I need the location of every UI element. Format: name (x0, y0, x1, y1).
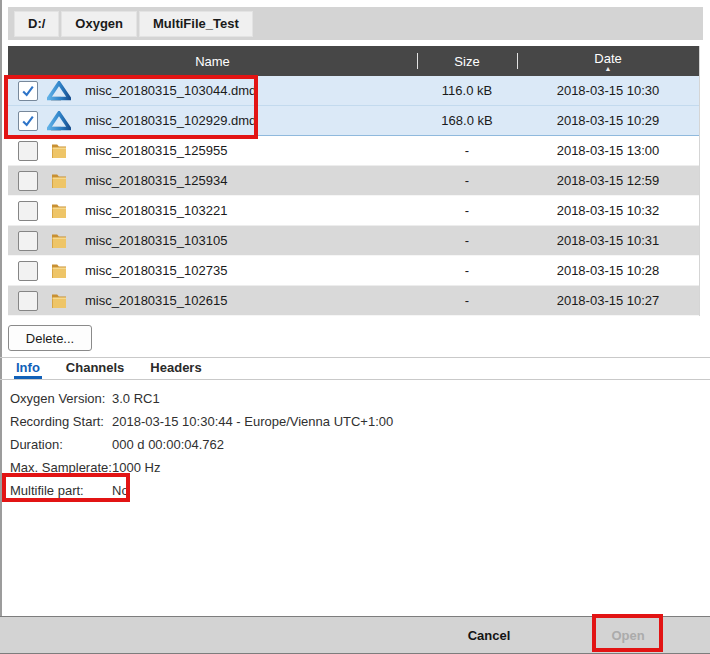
table-row[interactable]: misc_20180315_103105 - 2018-03-15 10:31 (8, 226, 699, 256)
file-table: Name Size Date ▲ (8, 46, 700, 316)
row-date: 2018-03-15 10:30 (517, 83, 699, 98)
breadcrumb: D:/OxygenMultiFile_Test (8, 7, 703, 40)
tab-channels[interactable]: Channels (64, 360, 127, 379)
info-field-label: Recording Start: (10, 414, 112, 429)
info-field-value: No (112, 483, 129, 498)
row-checkbox-cell (8, 171, 42, 191)
row-date: 2018-03-15 10:28 (517, 263, 699, 278)
row-checkbox[interactable] (18, 141, 38, 161)
row-name: misc_20180315_103044.dmd (76, 83, 417, 98)
info-field: Recording Start: 2018-03-15 10:30:44 - E… (10, 410, 393, 433)
breadcrumb-item-multifile-test[interactable]: MultiFile_Test (139, 11, 253, 37)
cancel-button[interactable]: Cancel (447, 617, 531, 653)
table-row[interactable]: misc_20180315_125955 - 2018-03-15 13:00 (8, 136, 699, 166)
row-date: 2018-03-15 10:27 (517, 293, 699, 308)
row-checkbox-cell (8, 201, 42, 221)
sort-ascending-icon: ▲ (605, 65, 612, 72)
info-field-value: 1000 Hz (112, 460, 160, 475)
dmd-file-icon (47, 111, 71, 131)
info-field: Max. Samplerate: 1000 Hz (10, 456, 393, 479)
tab-info[interactable]: Info (14, 360, 42, 379)
table-row[interactable]: misc_20180315_103044.dmd 116.0 kB 2018-0… (8, 76, 699, 106)
table-row[interactable]: misc_20180315_125934 - 2018-03-15 12:59 (8, 166, 699, 196)
row-date: 2018-03-15 10:31 (517, 233, 699, 248)
row-checkbox-cell (8, 231, 42, 251)
row-name: misc_20180315_125934 (76, 173, 417, 188)
row-icon-cell (42, 291, 76, 311)
row-icon-cell (42, 111, 76, 131)
row-size: 168.0 kB (417, 113, 517, 128)
row-size: - (417, 263, 517, 278)
info-field: Multifile part: No (10, 479, 393, 502)
row-icon-cell (42, 201, 76, 221)
row-size: - (417, 143, 517, 158)
info-panel: Oxygen Version: 3.0 RC1 Recording Start:… (10, 387, 393, 502)
dmd-file-icon (47, 81, 71, 101)
separator-line (0, 357, 710, 358)
row-checkbox[interactable] (18, 171, 38, 191)
row-checkbox-cell (8, 81, 42, 101)
folder-icon (49, 141, 69, 161)
footer-bar: Cancel Open (0, 616, 710, 654)
file-list: misc_20180315_103044.dmd 116.0 kB 2018-0… (8, 76, 699, 316)
row-checkbox[interactable] (18, 291, 38, 311)
row-date: 2018-03-15 10:32 (517, 203, 699, 218)
info-field-label: Max. Samplerate: (10, 460, 112, 475)
row-checkbox[interactable] (18, 261, 38, 281)
row-checkbox-cell (8, 111, 42, 131)
table-row[interactable]: misc_20180315_102735 - 2018-03-15 10:28 (8, 256, 699, 286)
row-checkbox[interactable] (18, 111, 38, 131)
separator-line (0, 379, 710, 380)
checkmark-icon (21, 85, 35, 97)
row-name: misc_20180315_102929.dmd (76, 113, 417, 128)
column-header-date-label: Date (594, 53, 621, 65)
column-header-date[interactable]: Date ▲ (517, 50, 699, 72)
breadcrumb-item-d-[interactable]: D:/ (14, 11, 59, 37)
tab-headers[interactable]: Headers (148, 360, 203, 379)
row-icon-cell (42, 141, 76, 161)
tab-bar: InfoChannelsHeaders (14, 360, 204, 379)
row-icon-cell (42, 81, 76, 101)
row-name: misc_20180315_102615 (76, 293, 417, 308)
row-name: misc_20180315_103105 (76, 233, 417, 248)
info-field: Oxygen Version: 3.0 RC1 (10, 387, 393, 410)
file-open-dialog: D:/OxygenMultiFile_Test Name Size Date ▲ (0, 0, 710, 654)
row-name: misc_20180315_102735 (76, 263, 417, 278)
info-field: Duration: 000 d 00:00:04.762 (10, 433, 393, 456)
table-row[interactable]: misc_20180315_103221 - 2018-03-15 10:32 (8, 196, 699, 226)
row-checkbox[interactable] (18, 231, 38, 251)
row-name: misc_20180315_103221 (76, 203, 417, 218)
folder-icon (49, 171, 69, 191)
window-left-edge (0, 0, 2, 616)
table-row[interactable]: misc_20180315_102615 - 2018-03-15 10:27 (8, 286, 699, 316)
open-button[interactable]: Open (600, 617, 656, 653)
breadcrumb-item-oxygen[interactable]: Oxygen (61, 11, 137, 37)
row-size: 116.0 kB (417, 83, 517, 98)
row-checkbox-cell (8, 261, 42, 281)
row-icon-cell (42, 231, 76, 251)
row-date: 2018-03-15 12:59 (517, 173, 699, 188)
row-checkbox-cell (8, 141, 42, 161)
checkmark-icon (21, 115, 35, 127)
folder-icon (49, 261, 69, 281)
info-field-label: Multifile part: (10, 483, 112, 498)
delete-button[interactable]: Delete... (8, 325, 92, 351)
row-size: - (417, 293, 517, 308)
folder-icon (49, 201, 69, 221)
row-name: misc_20180315_125955 (76, 143, 417, 158)
info-field-value: 2018-03-15 10:30:44 - Europe/Vienna UTC+… (112, 414, 393, 429)
column-header-name[interactable]: Name (8, 54, 417, 69)
row-checkbox-cell (8, 291, 42, 311)
info-field-label: Duration: (10, 437, 112, 452)
row-icon-cell (42, 261, 76, 281)
info-field-value: 000 d 00:00:04.762 (112, 437, 224, 452)
table-row[interactable]: misc_20180315_102929.dmd 168.0 kB 2018-0… (8, 106, 699, 136)
row-checkbox[interactable] (18, 201, 38, 221)
info-field-value: 3.0 RC1 (112, 391, 160, 406)
row-size: - (417, 233, 517, 248)
row-checkbox[interactable] (18, 81, 38, 101)
info-field-label: Oxygen Version: (10, 391, 112, 406)
folder-icon (49, 291, 69, 311)
column-header-size[interactable]: Size (417, 54, 517, 69)
folder-icon (49, 231, 69, 251)
